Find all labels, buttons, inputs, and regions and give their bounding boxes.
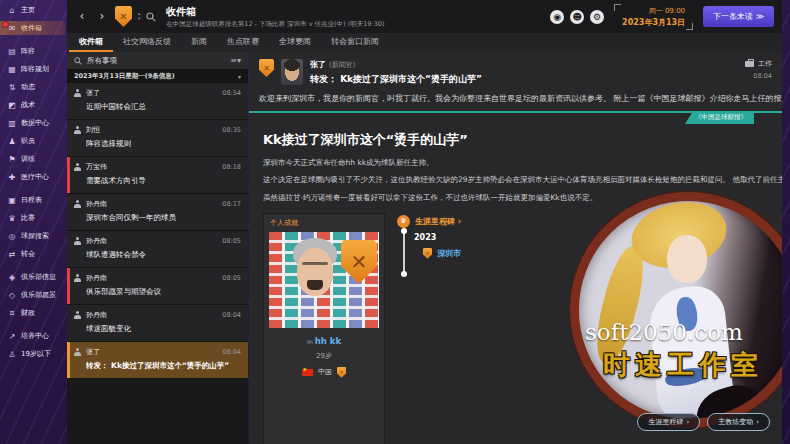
tab-news[interactable]: 新闻 bbox=[181, 33, 217, 52]
sidebar-item-tactics[interactable]: ◩战术 bbox=[0, 98, 65, 112]
photo-brow bbox=[302, 262, 328, 265]
sender-name: 张了(新闻官) bbox=[310, 59, 738, 70]
sidebar-item-dynamics[interactable]: ⇅动态 bbox=[0, 80, 65, 94]
squad-icon: ▤ bbox=[7, 47, 17, 56]
forward-button[interactable]: › bbox=[95, 0, 109, 33]
home-icon: ⌂ bbox=[7, 6, 17, 15]
staff-icon: ♟ bbox=[7, 137, 17, 146]
sidebar-item-u19[interactable]: ♙19岁以下 bbox=[0, 347, 65, 361]
settings-gear-icon[interactable]: ⚙ bbox=[590, 10, 604, 24]
manager-name[interactable]: mhh kk bbox=[264, 336, 384, 346]
sidebar-item-home[interactable]: ⌂主页 bbox=[0, 3, 65, 17]
message-row[interactable]: 刘恒08:35 阵容选择规则 bbox=[67, 120, 248, 157]
mail-category: 工作 bbox=[758, 59, 772, 69]
back-button[interactable]: ‹ bbox=[75, 0, 89, 33]
achievements-card-title: 个人成就 bbox=[264, 214, 384, 232]
watermark-url-text: soft2050.com bbox=[585, 319, 782, 345]
sidebar-item-squad-planner[interactable]: ▦阵容规划 bbox=[0, 62, 65, 76]
scouting-icon: ◎ bbox=[7, 232, 17, 241]
club-badge[interactable]: ✕ bbox=[115, 6, 132, 27]
search-icon[interactable] bbox=[146, 12, 156, 22]
squad-planner-icon: ▦ bbox=[7, 65, 17, 74]
development-icon: ↗ bbox=[7, 332, 17, 341]
chevron-down-icon: ▾ bbox=[138, 17, 140, 22]
tab-inbox[interactable]: 收件箱 bbox=[69, 33, 113, 52]
fm-assistant-icon[interactable]: ◉ bbox=[550, 10, 564, 24]
message-row[interactable]: 孙丹南08:05 球队遭遇转会禁令 bbox=[67, 231, 248, 268]
game-date: 周一 09:00 2023年3月13日 bbox=[614, 4, 693, 30]
filter-label: 所有事项 bbox=[87, 56, 225, 66]
next-unread-button[interactable]: 下一条未读 ≫ bbox=[703, 6, 774, 27]
data-hub-icon: ▥ bbox=[7, 119, 17, 128]
game-date-value: 2023年3月13日 bbox=[622, 17, 685, 28]
list-filter[interactable]: 所有事项 ≡▾ bbox=[67, 52, 248, 70]
manager-profile-icon[interactable]: ☻ bbox=[570, 10, 584, 24]
message-row[interactable]: 孙丹南08:04 球迷面貌变化 bbox=[67, 305, 248, 342]
tab-world-news[interactable]: 全球要闻 bbox=[269, 33, 321, 52]
person-icon bbox=[74, 89, 81, 97]
message-row[interactable]: 孙丹南08:17 深圳市合同仅剩一年的球员 bbox=[67, 194, 248, 231]
timeline-line bbox=[403, 230, 405, 274]
sidebar-item-development[interactable]: ↗培养中心 bbox=[0, 329, 65, 343]
watermark-studio-text: 时速工作室 bbox=[603, 347, 763, 383]
person-icon bbox=[74, 237, 81, 245]
manager-changes-button[interactable]: 主教练变动› bbox=[707, 413, 770, 431]
double-chevron-icon: ≫ bbox=[756, 12, 764, 21]
sidebar-item-club-info[interactable]: ◈俱乐部信息 bbox=[0, 270, 65, 284]
date-group-header[interactable]: 2023年3月13日星期一(9条信息) ▾ bbox=[67, 70, 248, 83]
tab-transfer-window-news[interactable]: 转会窗口新闻 bbox=[321, 33, 389, 52]
sidebar-item-staff[interactable]: ♟职员 bbox=[0, 134, 65, 148]
club-badge-mini: ✕ bbox=[423, 248, 432, 259]
main-sidebar: ⌂主页 ✉收件箱 ▤阵容 ▦阵容规划 ⇅动态 ◩战术 ▥数据中心 ♟职员 ⚑训练… bbox=[0, 0, 65, 444]
sender-role: (新闻官) bbox=[329, 61, 355, 69]
sidebar-item-inbox[interactable]: ✉收件箱 bbox=[0, 21, 65, 35]
club-badge-large: ✕ bbox=[341, 240, 377, 284]
u19-icon: ♙ bbox=[7, 350, 17, 359]
tab-social-feed[interactable]: 社交网络反馈 bbox=[113, 33, 181, 52]
training-icon: ⚑ bbox=[7, 155, 17, 164]
tactics-icon: ◩ bbox=[7, 101, 17, 110]
mail-intro-text: 欢迎来到深圳市，我是你的新闻官，叫我丁就行。我会为你整理来自世界足坛的最新资讯以… bbox=[249, 90, 782, 111]
club-link[interactable]: 深圳市 bbox=[437, 248, 461, 259]
person-icon bbox=[74, 348, 81, 356]
sidebar-item-finances[interactable]: ¤财政 bbox=[0, 306, 65, 320]
tab-featured-leagues[interactable]: 焦点联赛 bbox=[217, 33, 269, 52]
article-headline: Kk接过了深圳市这个“烫手的山芋” bbox=[249, 123, 782, 153]
sidebar-item-transfers[interactable]: ⇄转会 bbox=[0, 247, 65, 261]
sidebar-item-medical[interactable]: ✚医疗中心 bbox=[0, 170, 65, 184]
career-milestones-link[interactable]: 生涯里程碑 › bbox=[415, 216, 461, 227]
sidebar-item-data-hub[interactable]: ▥数据中心 bbox=[0, 116, 65, 130]
transfers-icon: ⇄ bbox=[7, 250, 17, 259]
person-icon bbox=[74, 200, 81, 208]
sidebar-item-training[interactable]: ⚑训练 bbox=[0, 152, 65, 166]
message-row[interactable]: 万宝伟08:18 需要战术方向引导 bbox=[67, 157, 248, 194]
sidebar-item-matches[interactable]: ♛比赛 bbox=[0, 211, 65, 225]
article-paragraph: 深圳市今天正式宣布任命hh kk成为球队新任主帅。 bbox=[249, 153, 782, 170]
club-badge-mini: ✕ bbox=[337, 367, 346, 378]
schedule-icon: ▣ bbox=[7, 196, 17, 205]
news-source-tag: 《中国足球邮报》 bbox=[685, 111, 754, 124]
article-paragraph: 这个决定在足球圈内吸引了不少关注，这位执教经验欠缺的29岁主帅势必会在深圳市大运… bbox=[249, 170, 782, 187]
person-icon bbox=[74, 163, 81, 171]
mail-subject: 转发： Kk接过了深圳市这个“烫手的山芋” bbox=[310, 73, 738, 86]
page-title: 收件箱 bbox=[166, 5, 384, 19]
message-row[interactable]: 孙丹南08:05 俱乐部愿景与期望会议 bbox=[67, 268, 248, 305]
notification-badge bbox=[2, 21, 9, 28]
matches-icon: ♛ bbox=[7, 214, 17, 223]
sidebar-item-squad[interactable]: ▤阵容 bbox=[0, 44, 65, 58]
message-row-selected[interactable]: 张了08:04 转发： Kk接过了深圳市这个“烫手的山芋” bbox=[67, 342, 248, 379]
collapse-chevron-icon: ▾ bbox=[238, 73, 241, 80]
career-milestones-button[interactable]: 生涯里程碑› bbox=[637, 413, 700, 431]
sidebar-item-club-vision[interactable]: ◇俱乐部愿景 bbox=[0, 288, 65, 302]
sidebar-item-scouting[interactable]: ◎球探搜索 bbox=[0, 229, 65, 243]
view-mode-icon[interactable]: ≡▾ bbox=[230, 56, 241, 65]
message-row[interactable]: 张了08:54 近期中国转会汇总 bbox=[67, 83, 248, 120]
photo-moustache bbox=[307, 280, 323, 290]
mail-header: ✕ 张了(新闻官) 转发： Kk接过了深圳市这个“烫手的山芋” 工作 08:04 bbox=[249, 52, 782, 90]
page-subtitle: 在中国足球超级联赛排名第12 - 下场比赛 深圳市 v 佳兆业(中) (明天19… bbox=[166, 20, 384, 29]
sidebar-item-schedule[interactable]: ▣日程表 bbox=[0, 193, 65, 207]
club-switcher[interactable]: ▴▾ bbox=[138, 12, 140, 21]
page-title-block: 收件箱 在中国足球超级联赛排名第12 - 下场比赛 深圳市 v 佳兆业(中) (… bbox=[166, 5, 384, 29]
club-info-icon: ◈ bbox=[7, 273, 17, 282]
personal-achievements-card: 个人成就 ✕ mhh kk 29岁 中国✕ bbox=[263, 213, 385, 444]
